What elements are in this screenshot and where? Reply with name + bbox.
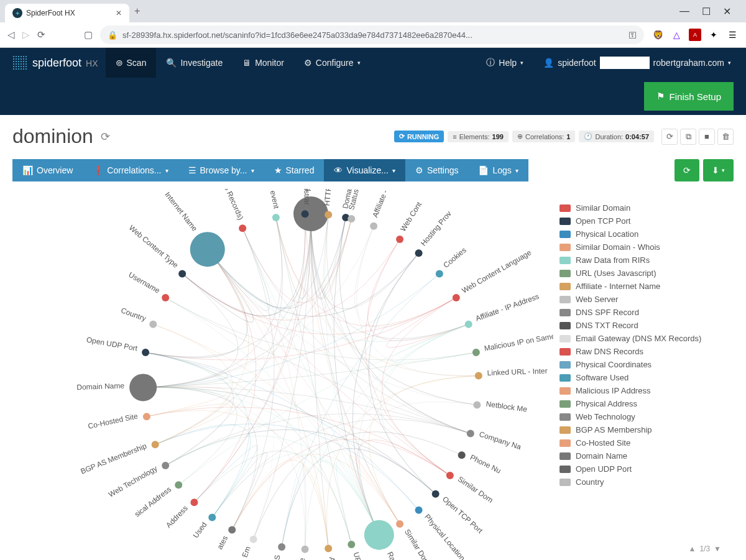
tab-browseby[interactable]: ☰Browse by...▾ (178, 159, 264, 181)
nav-bar: ◁ ▷ ⟳ ▢ 🔒 sf-28939fa.hx.spiderfoot.net/s… (0, 22, 746, 47)
legend-item[interactable]: Physical Address (553, 397, 727, 410)
tab-visualize[interactable]: 👁Visualize...▾ (324, 159, 405, 181)
refresh-icon[interactable]: ⟳ (101, 130, 110, 144)
help-menu[interactable]: ⓘ Help ▾ (476, 57, 533, 68)
legend-item[interactable]: Raw DNS Records (553, 345, 727, 358)
legend-item[interactable]: Software Used (553, 371, 727, 384)
download-button[interactable]: ⬇ ▾ (703, 159, 734, 181)
legend-item[interactable]: Malicious IP Address (553, 384, 727, 397)
legend-item[interactable]: Similar Domain - Whois (553, 241, 727, 254)
legend-item[interactable]: URL (Uses Javascript) (553, 267, 727, 280)
svg-point-72 (239, 224, 246, 232)
tab-logs[interactable]: 📄Logs▾ (468, 159, 528, 181)
logo[interactable]: spiderfoot HX (5, 55, 106, 70)
extension-icons: 🦁 △ A ✦ ☰ (652, 29, 739, 41)
svg-text:Country: Country (120, 306, 147, 323)
menu-icon[interactable]: ☰ (726, 29, 739, 41)
legend-item[interactable]: Affiliate - Internet Name (553, 280, 727, 293)
legend-item[interactable]: Open UDP Port (553, 462, 727, 475)
reload-icon[interactable]: ⟳ (37, 29, 45, 40)
svg-text:sical Address: sical Address (133, 485, 173, 519)
legend-item[interactable]: Open TCP Port (553, 214, 727, 227)
scan-title: dominion (12, 125, 93, 148)
svg-text:Internal SpiderFoot Root event: Internal SpiderFoot Root event (251, 189, 281, 209)
legend-item[interactable]: Country (553, 475, 727, 489)
sub-header: ⚑ Finish Setup (0, 78, 746, 115)
nav-configure[interactable]: ⚙Configure▾ (294, 48, 371, 78)
nav-monitor[interactable]: 🖥Monitor (233, 48, 294, 78)
puzzle-icon[interactable]: ✦ (707, 29, 720, 41)
node-graph[interactable]: IP AddressDomainAffiliate - Web ContHost… (12, 189, 572, 560)
legend-item[interactable]: Similar Domain (553, 201, 727, 214)
svg-point-44 (250, 536, 257, 543)
legend-item[interactable]: Web Server (553, 293, 727, 306)
svg-point-26 (446, 472, 454, 479)
url-bar[interactable]: 🔒 sf-28939fa.hx.spiderfoot.net/scaninfo?… (100, 25, 644, 44)
nav-investigate[interactable]: 🔍Investigate (156, 48, 233, 78)
legend-item[interactable]: BGP AS Membership (553, 423, 727, 436)
browser-chrome: ✦ SpiderFoot HX ✕ + — ☐ ✕ ◁ ▷ ⟳ ▢ 🔒 sf-2… (0, 0, 746, 48)
back-icon[interactable]: ◁ (7, 29, 15, 40)
close-window-icon[interactable]: ✕ (723, 6, 731, 17)
triangle-icon[interactable]: △ (670, 29, 683, 41)
reload-scan-icon[interactable]: ⟳ (661, 129, 678, 145)
pager-down-icon[interactable]: ▼ (714, 544, 721, 553)
tab-icon: ☰ (188, 165, 196, 175)
tab-correlations[interactable]: ❗Correlations...▾ (83, 159, 178, 181)
svg-point-52 (175, 481, 182, 489)
maximize-icon[interactable]: ☐ (702, 6, 711, 17)
legend-item[interactable]: Raw Data from RIRs (553, 254, 727, 267)
minimize-icon[interactable]: — (679, 6, 689, 17)
legend-item[interactable]: Web Technology (553, 410, 727, 423)
finish-setup-button[interactable]: ⚑ Finish Setup (644, 82, 734, 111)
swatch-icon (560, 283, 571, 290)
svg-text:Name Server (DNS NS Records): Name Server (DNS NS Records) (193, 189, 245, 221)
svg-text:BGP AS Membership: BGP AS Membership (80, 441, 148, 475)
refresh-viz-button[interactable]: ⟳ (675, 159, 699, 181)
svg-point-6 (396, 236, 403, 243)
tab-overview[interactable]: 📊Overview (12, 159, 83, 181)
legend-item[interactable]: Physical Coordinates (553, 358, 727, 371)
svg-text:HTTP Headers: HTTP Headers (323, 189, 336, 206)
svg-point-36 (348, 541, 355, 548)
stop-icon[interactable]: ■ (699, 129, 715, 145)
copy-icon[interactable]: ⧉ (680, 129, 696, 145)
svg-text:Web Cont: Web Cont (398, 200, 423, 233)
svg-text:Similar Dom: Similar Dom (456, 475, 495, 505)
svg-text:Web Content Language: Web Content Language (460, 248, 533, 295)
svg-text:Malicious IP on Same: Malicious IP on Same (484, 332, 556, 353)
bookmark-icon[interactable]: ▢ (84, 29, 93, 40)
browser-tab[interactable]: ✦ SpiderFoot HX ✕ (5, 4, 129, 22)
delete-icon[interactable]: 🗑 (717, 129, 734, 145)
nav-icon: 🖥 (242, 58, 251, 68)
svg-point-8 (415, 249, 423, 257)
legend-pager[interactable]: ▲ 1/3 ▼ (689, 544, 721, 553)
svg-text:DNS S: DNS S (269, 554, 282, 560)
close-icon[interactable]: ✕ (116, 9, 122, 17)
tab-settings[interactable]: ⚙Settings (405, 159, 469, 181)
legend-item[interactable]: Email Gateway (DNS MX Records) (553, 332, 727, 345)
nav-scan[interactable]: ⊚Scan (106, 48, 157, 78)
svg-text:Company Na: Company Na (478, 429, 522, 451)
svg-point-58 (143, 413, 150, 420)
legend-item[interactable]: DNS TXT Record (553, 319, 727, 332)
key-icon[interactable]: ⚿ (629, 30, 637, 40)
legend-item[interactable]: Domain Name (553, 449, 727, 462)
pager-up-icon[interactable]: ▲ (689, 544, 696, 553)
pdf-icon[interactable]: A (689, 29, 701, 41)
legend-item[interactable]: Physical Location (553, 227, 727, 241)
status-bar: ⟳ RUNNING ≡ Elements: 199 ⊕ Correlations… (394, 129, 734, 145)
swatch-icon (560, 270, 571, 277)
app-header: spiderfoot HX ⊚Scan🔍Investigate🖥Monitor⚙… (0, 48, 746, 78)
svg-text:Address: Address (164, 504, 190, 530)
tab-starred[interactable]: ★Starred (264, 159, 325, 181)
legend-item[interactable]: DNS SPF Record (553, 306, 727, 319)
user-icon: 👤 (543, 58, 554, 68)
svg-point-48 (208, 513, 216, 521)
brave-icon[interactable]: 🦁 (652, 29, 664, 41)
svg-text:ates: ates (215, 535, 229, 551)
svg-point-16 (472, 349, 480, 356)
new-tab-button[interactable]: + (134, 6, 140, 17)
user-menu[interactable]: 👤 spiderfoot robertgraham.com ▾ (533, 57, 741, 69)
legend-item[interactable]: Co-Hosted Site (553, 436, 727, 449)
